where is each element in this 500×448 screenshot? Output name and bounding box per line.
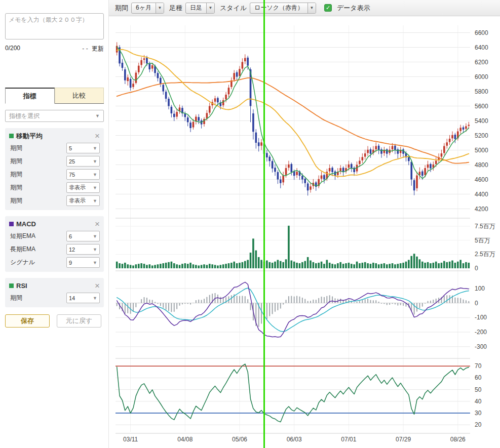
svg-text:0: 0	[475, 265, 478, 272]
chevron-down-icon: ▼	[93, 172, 97, 177]
ma-period2-select[interactable]: 25▼	[66, 156, 100, 167]
param-label: 期間	[10, 170, 22, 179]
period-value: 6ヶ月	[132, 4, 156, 12]
param-label: シグナル	[10, 258, 35, 267]
svg-text:7.5百万: 7.5百万	[475, 223, 495, 230]
sidebar-tabs: 指標 比較	[5, 88, 104, 104]
indicator-panel-moving-average: 移動平均 × 期間 5▼ 期間 25▼ 期間 75▼ 期間 非表示▼ 期間 非	[5, 128, 104, 210]
bar-type-label: 足種	[169, 4, 182, 13]
indicator-panel-title: RSI	[16, 282, 27, 290]
svg-text:30: 30	[475, 410, 482, 417]
memo-update-link[interactable]: 更新	[92, 45, 104, 52]
macd-fast-select[interactable]: 6▼	[66, 231, 100, 241]
param-label: 期間	[10, 196, 22, 205]
close-icon[interactable]: ×	[95, 133, 100, 140]
period-label: 期間	[115, 4, 128, 13]
svg-text:4800: 4800	[475, 161, 488, 169]
chevron-down-icon[interactable]: ▼	[206, 3, 214, 13]
tab-compare[interactable]: 比較	[55, 88, 104, 103]
period-select[interactable]: 6ヶ月 ▼	[131, 3, 164, 14]
style-select[interactable]: ローソク（赤青） ▼	[250, 3, 316, 14]
bar-type-select[interactable]: 日足 ▼	[185, 3, 215, 14]
chevron-down-icon: ▼	[93, 185, 97, 190]
indicator-panel-title: MACD	[16, 220, 36, 228]
svg-text:08/26: 08/26	[450, 436, 466, 443]
indicator-param-row: 期間 5▼	[9, 143, 100, 153]
memo-char-counter: 0/200	[5, 45, 20, 53]
indicator-param-row: 期間 75▼	[9, 169, 100, 180]
svg-text:2.5百万: 2.5百万	[475, 251, 495, 258]
svg-text:07/29: 07/29	[396, 436, 411, 443]
reset-button[interactable]: 元に戻す	[57, 314, 101, 328]
indicator-param-row: 期間 25▼	[9, 156, 100, 167]
chevron-down-icon: ▼	[93, 234, 97, 239]
svg-text:4600: 4600	[475, 176, 488, 183]
ma-period1-select[interactable]: 5▼	[66, 143, 100, 153]
svg-text:5百万: 5百万	[475, 237, 490, 244]
crosshair-line[interactable]	[263, 0, 265, 448]
svg-text:-100: -100	[475, 314, 487, 321]
ma-period5-select[interactable]: 非表示▼	[66, 195, 100, 206]
svg-text:5800: 5800	[475, 88, 488, 95]
svg-text:5200: 5200	[475, 132, 488, 139]
svg-text:0: 0	[475, 300, 478, 307]
data-display-checkbox[interactable]: ✓	[324, 4, 332, 12]
chevron-down-icon[interactable]: ▼	[156, 3, 164, 13]
chevron-down-icon: ▼	[93, 260, 97, 265]
memo-updated-time: - -	[82, 45, 88, 52]
svg-text:04/08: 04/08	[177, 436, 193, 443]
param-label: 長期EMA	[10, 245, 35, 254]
svg-text:6000: 6000	[475, 73, 488, 80]
svg-text:6400: 6400	[475, 44, 488, 51]
chart-area[interactable]: 6600640062006000580056005400520050004800…	[109, 16, 500, 448]
rsi-period-select[interactable]: 14▼	[66, 293, 100, 303]
close-icon[interactable]: ×	[95, 221, 100, 228]
macd-signal-select[interactable]: 9▼	[66, 257, 100, 268]
svg-text:05/06: 05/06	[232, 436, 247, 443]
svg-text:5000: 5000	[475, 147, 488, 154]
style-label: スタイル	[220, 4, 247, 13]
memo-input[interactable]	[5, 13, 104, 39]
indicator-param-row: 長期EMA 12▼	[9, 244, 100, 255]
memo-meta: 0/200 - - 更新	[5, 45, 104, 53]
svg-text:4200: 4200	[475, 206, 488, 213]
indicator-color-swatch	[9, 222, 14, 226]
svg-text:100: 100	[475, 285, 485, 292]
tab-indicators[interactable]: 指標	[5, 88, 55, 104]
indicator-param-row: 期間 非表示▼	[9, 195, 100, 206]
svg-text:06/03: 06/03	[287, 436, 302, 443]
chart-toolbar: 期間 6ヶ月 ▼ 足種 日足 ▼ スタイル ローソク（赤青） ▼ ✓ データ表示	[109, 0, 500, 16]
save-button[interactable]: 保存	[5, 314, 50, 328]
param-label: 短期EMA	[10, 232, 35, 240]
ma-period4-select[interactable]: 非表示▼	[66, 182, 100, 193]
svg-text:6200: 6200	[475, 59, 488, 66]
chevron-down-icon: ▼	[93, 159, 97, 164]
svg-text:5600: 5600	[475, 103, 488, 110]
svg-text:50: 50	[475, 386, 482, 393]
chevron-down-icon[interactable]: ▼	[307, 3, 316, 13]
chevron-down-icon: ▼	[93, 146, 97, 151]
svg-text:60: 60	[475, 374, 482, 381]
svg-text:-200: -200	[475, 329, 487, 336]
svg-text:4400: 4400	[475, 191, 488, 198]
indicator-panel-title: 移動平均	[16, 132, 43, 141]
indicator-select[interactable]: 指標を選択 ▼	[5, 110, 104, 122]
param-label: 期間	[10, 294, 22, 302]
indicator-color-swatch	[9, 134, 14, 138]
svg-text:70: 70	[475, 362, 482, 370]
chevron-down-icon: ▼	[95, 113, 100, 118]
macd-slow-select[interactable]: 12▼	[66, 244, 100, 255]
ma-period3-select[interactable]: 75▼	[66, 169, 100, 180]
sidebar: 0/200 - - 更新 指標 比較 指標を選択 ▼ 移動平均 × 期間 5▼ …	[0, 0, 109, 448]
chevron-down-icon: ▼	[93, 198, 97, 203]
stock-chart[interactable]: 6600640062006000580056005400520050004800…	[109, 16, 500, 448]
indicator-param-row: シグナル 9▼	[9, 257, 100, 268]
indicator-panel-rsi: RSI × 期間 14▼	[5, 278, 104, 307]
chevron-down-icon: ▼	[93, 247, 97, 252]
close-icon[interactable]: ×	[95, 282, 100, 290]
bar-type-value: 日足	[186, 4, 206, 12]
svg-text:07/01: 07/01	[341, 436, 356, 443]
svg-text:-300: -300	[475, 343, 487, 350]
indicator-param-row: 期間 非表示▼	[9, 182, 100, 193]
param-label: 期間	[10, 157, 22, 166]
